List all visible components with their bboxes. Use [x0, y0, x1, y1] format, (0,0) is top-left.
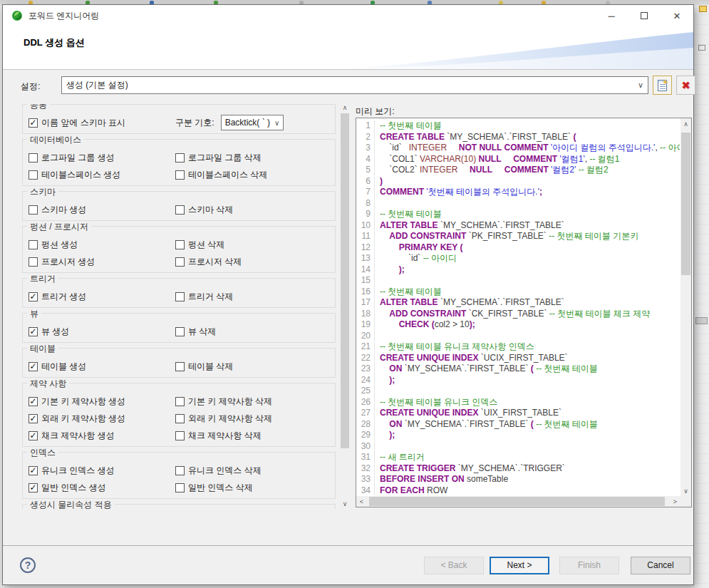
checkbox-option[interactable]: 스키마 생성	[29, 204, 86, 216]
checkbox[interactable]	[175, 397, 185, 406]
checkbox-option[interactable]: 펑션 생성	[29, 239, 78, 251]
checkbox-option[interactable]: 외래 키 제약사항 삭제	[175, 413, 272, 425]
line-number: 9	[357, 209, 375, 220]
checkbox[interactable]: ✓	[29, 362, 38, 371]
code-token: COMMENT	[504, 165, 549, 175]
checkbox[interactable]	[175, 466, 185, 475]
checkbox-option[interactable]: ✓테이블 생성	[29, 361, 86, 373]
code-token: -- 컬럼2	[579, 165, 609, 175]
delimiter-select[interactable]: Backtick( ` )∨	[221, 115, 284, 130]
checkbox[interactable]	[29, 153, 38, 163]
checkbox[interactable]	[175, 240, 185, 249]
checkbox-option[interactable]: 테이블스페이스 생성	[29, 169, 120, 181]
next-button[interactable]: Next >	[490, 557, 549, 574]
checkbox-option[interactable]: 채크 제약사항 삭제	[175, 430, 262, 442]
scroll-up-icon[interactable]: ∧	[340, 102, 350, 113]
checkbox-option[interactable]: 유니크 인덱스 삭제	[175, 465, 262, 477]
checkbox[interactable]	[29, 170, 38, 180]
checkbox-option[interactable]: ✓이름 앞에 스키마 표시	[29, 117, 125, 129]
checkbox-label: 프로시저 삭제	[188, 256, 242, 268]
checkbox-label: 테이블 삭제	[188, 361, 233, 373]
code-token: -- 첫번째 테이블 체크 제약	[549, 309, 650, 319]
options-row: 스키마 생성스키마 삭제	[29, 201, 329, 218]
checkbox[interactable]: ✓	[29, 466, 38, 475]
code-token	[380, 242, 399, 252]
new-setting-button[interactable]: ＋	[653, 76, 672, 95]
code-line: 22CREATE UNIQUE INDEX `UCIX_FIRST_TABLE`	[357, 353, 680, 364]
line-number: 12	[357, 242, 375, 254]
checkbox[interactable]	[175, 362, 185, 371]
checkbox[interactable]	[175, 483, 185, 492]
checkbox-option[interactable]: 프로시저 생성	[29, 256, 95, 268]
checkbox-label: 이름 앞에 스키마 표시	[41, 117, 125, 129]
scroll-right-icon[interactable]: >	[670, 496, 680, 507]
checkbox[interactable]	[175, 414, 185, 423]
checkbox-option[interactable]: 트리거 삭제	[175, 291, 233, 303]
help-button[interactable]: ?	[20, 557, 36, 573]
checkbox-option[interactable]: 기본 키 제약사항 삭제	[175, 396, 272, 408]
checkbox-option[interactable]: ✓트리거 생성	[29, 291, 86, 303]
delete-setting-button[interactable]: ✖	[676, 76, 695, 95]
checkbox-option[interactable]: 펑션 삭제	[175, 239, 224, 251]
maximize-button[interactable]	[628, 5, 661, 26]
checkbox-option[interactable]: ✓채크 제약사항 생성	[29, 430, 115, 442]
checkbox-option[interactable]: ✓뷰 생성	[29, 326, 69, 338]
code-text: COMMENT '첫번째 테이블의 주석입니다.';	[380, 187, 542, 198]
scrollbar-thumb[interactable]	[681, 133, 690, 275]
line-number: 28	[357, 419, 375, 430]
checkbox-option[interactable]: ✓기본 키 제약사항 생성	[29, 396, 125, 408]
group-title: 공통	[27, 104, 50, 111]
checkbox-option[interactable]: 테이블스페이스 삭제	[175, 169, 267, 181]
editor-vertical-scrollbar[interactable]: ∧ ∨	[680, 118, 691, 496]
checkbox-option[interactable]: 테이블 삭제	[175, 361, 233, 373]
checkbox-option[interactable]: 스키마 삭제	[175, 204, 233, 216]
code-text: -- 첫번째 테이블 유니크 인덱스	[380, 397, 497, 408]
line-number: 20	[357, 331, 375, 342]
code-token: VARCHAR(10)	[420, 154, 476, 164]
checkbox[interactable]	[175, 153, 185, 163]
scroll-down-icon[interactable]: ∨	[340, 498, 350, 509]
checkbox-option[interactable]: 프로시저 삭제	[175, 256, 242, 268]
checkbox[interactable]: ✓	[29, 327, 38, 336]
scroll-left-icon[interactable]: <	[356, 496, 367, 507]
checkbox[interactable]	[175, 431, 185, 440]
scroll-up-icon[interactable]: ∧	[680, 118, 691, 129]
checkbox-option[interactable]: ✓일반 인덱스 생성	[29, 482, 106, 494]
scrollbar-thumb[interactable]	[369, 497, 665, 506]
ddl-preview-editor[interactable]: 1-- 첫번째 테이블2CREATE TABLE `MY_SCHEMA`.`FI…	[356, 118, 692, 507]
checkbox[interactable]: ✓	[29, 397, 38, 406]
code-token: `MY_SCHEMA`.`FIRST_TABLE`	[405, 363, 529, 373]
options-group: 공통✓이름 앞에 스키마 표시구분 기호:Backtick( ` )∨	[22, 104, 336, 134]
settings-combobox[interactable]: 생성 (기본 설정) ∨	[61, 76, 648, 94]
checkbox-option[interactable]: 로그파일 그룹 생성	[29, 152, 115, 164]
checkbox[interactable]	[29, 257, 38, 267]
checkbox-option[interactable]: ✓외래 키 제약사항 생성	[29, 413, 125, 425]
line-number: 3	[357, 143, 375, 154]
checkbox[interactable]: ✓	[29, 431, 38, 440]
checkbox[interactable]	[175, 292, 185, 301]
checkbox-option[interactable]: 로그파일 그룹 삭제	[175, 152, 262, 164]
checkbox[interactable]	[175, 205, 185, 215]
cancel-button[interactable]: Cancel	[631, 557, 690, 574]
checkbox-option[interactable]: 뷰 삭제	[175, 326, 216, 338]
group-title: 스키마	[27, 186, 58, 198]
close-button[interactable]: ✕	[661, 5, 693, 26]
checkbox[interactable]	[175, 170, 185, 180]
checkbox[interactable]	[175, 327, 185, 336]
minimize-button[interactable]: ─	[595, 5, 628, 26]
editor-horizontal-scrollbar[interactable]: < >	[356, 496, 680, 507]
delete-icon: ✖	[681, 79, 690, 92]
options-scrollbar[interactable]: ∧ ∨	[340, 102, 350, 509]
checkbox-option[interactable]: ✓유니크 인덱스 생성	[29, 465, 115, 477]
scroll-down-icon[interactable]: ∨	[680, 485, 691, 496]
checkbox[interactable]: ✓	[29, 292, 38, 301]
checkbox[interactable]: ✓	[29, 414, 38, 423]
code-token	[380, 165, 389, 175]
scrollbar-thumb[interactable]	[341, 113, 349, 448]
checkbox[interactable]	[29, 205, 38, 215]
checkbox[interactable]	[175, 257, 185, 267]
checkbox-option[interactable]: 일반 인덱스 삭제	[175, 482, 253, 494]
checkbox[interactable]: ✓	[29, 118, 38, 128]
checkbox[interactable]	[29, 240, 38, 249]
checkbox[interactable]: ✓	[29, 483, 38, 492]
